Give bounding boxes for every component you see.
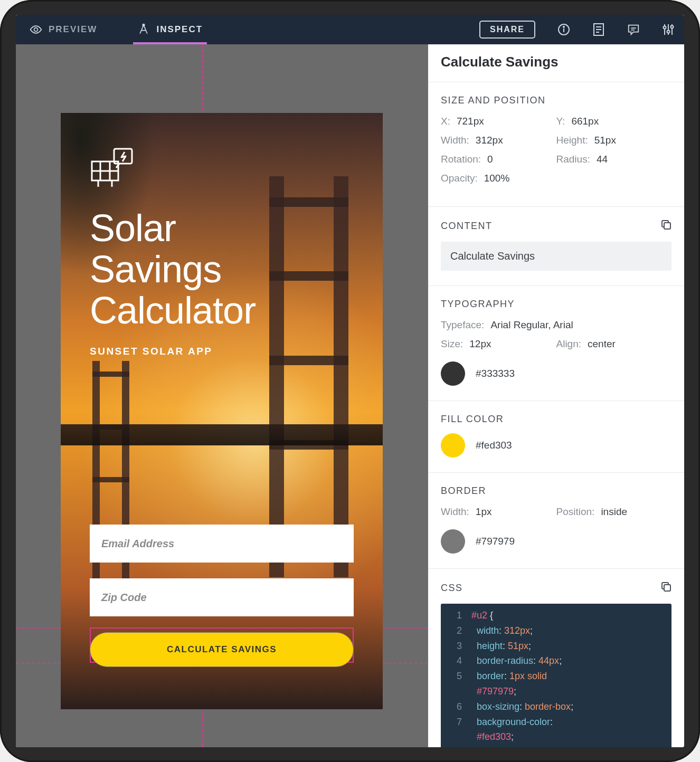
canvas[interactable]: Solar Savings Calculator SUNSET SOLAR AP…: [16, 44, 428, 747]
svg-point-16: [671, 26, 674, 28]
prop-width: Width:312px: [441, 135, 556, 146]
prop-radius: Radius:44: [556, 154, 672, 165]
tab-inspect[interactable]: INSPECT: [133, 15, 207, 44]
copy-icon[interactable]: [661, 220, 671, 232]
border-color[interactable]: #797979: [441, 529, 671, 554]
topbar-right: SHARE: [479, 21, 675, 39]
tab-preview[interactable]: PREVIEW: [25, 15, 101, 44]
prop-height: Height:51px: [556, 135, 672, 146]
prop-border-width: Width:1px: [441, 506, 556, 518]
info-icon[interactable]: [557, 23, 570, 36]
zip-field[interactable]: Zip Code: [90, 578, 354, 616]
email-field[interactable]: Email Address: [90, 525, 354, 563]
code-line: 1#u2 {: [441, 608, 671, 623]
prop-typeface: Typeface:Arial Regular, Arial: [441, 319, 671, 331]
svg-point-4: [563, 26, 564, 27]
svg-rect-25: [664, 585, 670, 591]
section-size-position: SIZE AND POSITION X:721px Y:661px Width:…: [428, 82, 684, 206]
section-heading: SIZE AND POSITION: [441, 95, 671, 106]
artboard-subtitle: SUNSET SOLAR APP: [90, 346, 354, 357]
artboard-title: Solar Savings Calculator: [90, 208, 354, 331]
color-swatch: [441, 361, 465, 386]
document-icon[interactable]: [592, 23, 605, 36]
panel-title: Calculate Savings: [428, 44, 684, 82]
compass-icon: [137, 23, 150, 36]
code-line: 7 background-color:: [441, 715, 671, 730]
tab-bar: PREVIEW INSPECT: [25, 15, 207, 44]
svg-point-1: [143, 24, 145, 26]
color-hex: #fed303: [476, 440, 512, 451]
prop-align: Align:center: [556, 338, 672, 350]
comment-icon[interactable]: [627, 23, 640, 36]
css-code[interactable]: 1#u2 {2 width: 312px;3 height: 51px;4 bo…: [441, 604, 671, 747]
color-swatch: [441, 433, 465, 458]
prop-y: Y:661px: [556, 116, 672, 127]
section-heading: CSS: [441, 583, 463, 594]
inspector-panel: Calculate Savings SIZE AND POSITION X:72…: [428, 44, 684, 747]
code-line: 6 box-sizing: border-box;: [441, 699, 671, 715]
svg-rect-24: [664, 223, 670, 229]
calculate-button[interactable]: CALCULATE SAVINGS: [90, 632, 354, 667]
copy-icon[interactable]: [661, 582, 671, 594]
form-area: Email Address Zip Code CALCULATE SAVINGS: [90, 525, 354, 667]
button-label: CALCULATE SAVINGS: [167, 644, 277, 655]
code-line: 2 width: 312px;: [441, 623, 671, 639]
topbar: PREVIEW INSPECT SHARE: [16, 15, 684, 44]
code-line: 5 border: 1px solid: [441, 669, 671, 684]
tab-label: INSPECT: [156, 24, 203, 35]
solar-panel-icon: [90, 147, 137, 188]
share-button[interactable]: SHARE: [479, 21, 535, 39]
code-line: #797979;: [441, 684, 671, 699]
prop-font-size: Size:12px: [441, 338, 556, 350]
placeholder-text: Zip Code: [101, 592, 147, 604]
color-hex: #797979: [476, 536, 515, 547]
prop-border-position: Position:inside: [556, 506, 672, 518]
section-border: BORDER Width:1px Position:inside #797979: [428, 472, 684, 568]
title-line: Solar: [90, 208, 354, 249]
section-fill: FILL COLOR #fed303: [428, 401, 684, 472]
code-line: #fed303;: [441, 729, 671, 745]
svg-point-15: [667, 31, 670, 33]
artboard-content: Solar Savings Calculator SUNSET SOLAR AP…: [61, 113, 383, 709]
code-line: 3 height: 51px;: [441, 639, 671, 654]
content-value[interactable]: Calculate Savings: [441, 242, 671, 271]
code-line: 4 border-radius: 44px;: [441, 653, 671, 669]
device-screen: PREVIEW INSPECT SHARE: [16, 15, 684, 747]
prop-x: X:721px: [441, 116, 556, 127]
fill-color[interactable]: #fed303: [441, 433, 671, 458]
main: Solar Savings Calculator SUNSET SOLAR AP…: [16, 44, 684, 747]
eye-icon: [30, 23, 42, 36]
svg-point-0: [34, 28, 38, 32]
color-hex: #333333: [476, 368, 515, 379]
placeholder-text: Email Address: [101, 538, 174, 550]
prop-opacity: Opacity:100%: [441, 173, 671, 184]
title-line: Calculator: [90, 290, 354, 331]
prop-rotation: Rotation:0: [441, 154, 556, 165]
section-heading: FILL COLOR: [441, 414, 671, 425]
section-heading: TYPOGRAPHY: [441, 299, 671, 310]
typography-color[interactable]: #333333: [441, 361, 671, 386]
color-swatch: [441, 529, 465, 554]
tab-label: PREVIEW: [49, 24, 97, 35]
artboard[interactable]: Solar Savings Calculator SUNSET SOLAR AP…: [61, 113, 383, 709]
svg-point-14: [664, 26, 666, 29]
section-content: CONTENT Calculate Savings: [428, 206, 684, 285]
section-css: CSS 1#u2 {2 width: 312px;3 height: 51px;…: [428, 568, 684, 747]
section-heading: CONTENT: [441, 221, 493, 232]
device-frame: PREVIEW INSPECT SHARE: [0, 0, 700, 762]
settings-sliders-icon[interactable]: [662, 23, 675, 36]
section-typography: TYPOGRAPHY Typeface:Arial Regular, Arial…: [428, 285, 684, 401]
section-heading: BORDER: [441, 485, 671, 497]
title-line: Savings: [90, 249, 354, 290]
